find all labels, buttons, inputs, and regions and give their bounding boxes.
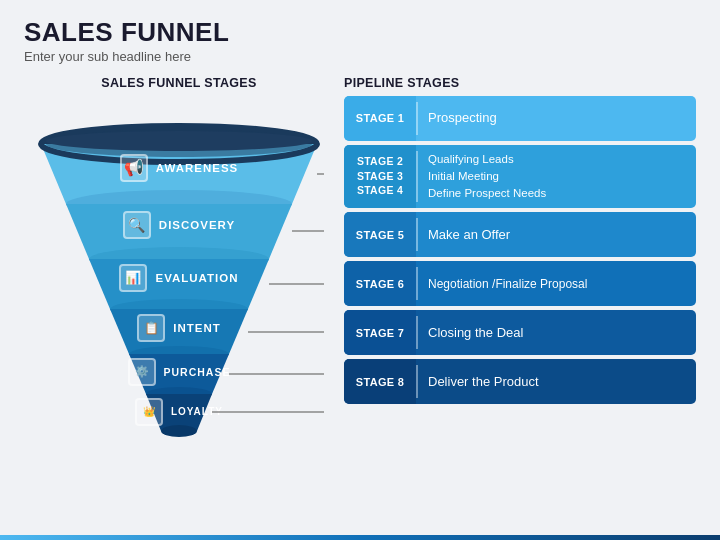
left-col-header: SALES FUNNEL STAGES	[101, 76, 256, 90]
stage-3-text: Initial Meeting	[428, 168, 686, 185]
bottom-bar	[0, 535, 720, 540]
header: SALES FUNNEL Enter your sub headline her…	[24, 18, 696, 64]
stage-5-text: Make an Offer	[428, 225, 686, 245]
stage-1-content: Prospecting	[418, 96, 696, 141]
discovery-icon: 🔍	[123, 211, 151, 239]
stage-5-label: STAGE 5	[356, 228, 404, 242]
pipeline-rows: STAGE 1 Prospecting STAGE 2 STAGE 3 STAG…	[344, 96, 696, 530]
stage-2-label: STAGE 2	[357, 155, 403, 169]
loyalty-icon: 👑	[135, 398, 163, 426]
stage-6-label: STAGE 6	[356, 277, 404, 291]
pipeline-row-234: STAGE 2 STAGE 3 STAGE 4 Qualifying Leads…	[344, 145, 696, 209]
funnel-container: 📢 AWARENESS 🔍 DISCOVERY 📊 EVALUATION 📋 I…	[34, 96, 324, 466]
pipeline-row-7: STAGE 7 Closing the Deal	[344, 310, 696, 355]
stage-7-content: Closing the Deal	[418, 310, 696, 355]
awareness-label: AWARENESS	[156, 162, 239, 174]
main-title: SALES FUNNEL	[24, 18, 696, 47]
stage-7-text: Closing the Deal	[428, 323, 686, 343]
funnel-row-intent: 📋 INTENT	[104, 314, 254, 342]
stage-8-text: Deliver the Product	[428, 372, 686, 392]
stage-7-badge: STAGE 7	[344, 310, 416, 355]
intent-icon: 📋	[137, 314, 165, 342]
svg-point-9	[46, 131, 312, 151]
pipeline-row-8: STAGE 8 Deliver the Product	[344, 359, 696, 404]
svg-point-6	[161, 425, 197, 437]
discovery-label: DISCOVERY	[159, 219, 235, 231]
right-panel: PIPELINE STAGES STAGE 1 Prospecting	[344, 76, 696, 530]
intent-label: INTENT	[173, 322, 221, 334]
stage-234-badge: STAGE 2 STAGE 3 STAGE 4	[344, 145, 416, 209]
funnel-row-evaluation: 📊 EVALUATION	[89, 264, 269, 292]
funnel-row-purchase: ⚙️ PURCHASE	[119, 358, 239, 386]
stage-6-badge: STAGE 6	[344, 261, 416, 306]
right-col-header: PIPELINE STAGES	[344, 76, 696, 90]
purchase-icon: ⚙️	[128, 358, 156, 386]
sub-title: Enter your sub headline here	[24, 49, 696, 64]
evaluation-label: EVALUATION	[155, 272, 238, 284]
stage-1-badge: STAGE 1	[344, 96, 416, 141]
left-panel: SALES FUNNEL STAGES	[24, 76, 334, 530]
stage-2-text: Qualifying Leads	[428, 151, 686, 168]
funnel-row-discovery: 🔍 DISCOVERY	[74, 211, 284, 239]
stage-8-label: STAGE 8	[356, 375, 404, 389]
pipeline-row-5: STAGE 5 Make an Offer	[344, 212, 696, 257]
pipeline-row-1: STAGE 1 Prospecting	[344, 96, 696, 141]
stage-8-content: Deliver the Product	[418, 359, 696, 404]
stage-6-content: Negotiation /Finalize Proposal	[418, 261, 696, 306]
stage-6-text: Negotiation /Finalize Proposal	[428, 275, 686, 293]
funnel-row-awareness: 📢 AWARENESS	[64, 154, 294, 182]
stage-1-label: STAGE 1	[356, 111, 404, 125]
stage-5-badge: STAGE 5	[344, 212, 416, 257]
stage-5-content: Make an Offer	[418, 212, 696, 257]
stage-4-text: Define Prospect Needs	[428, 185, 686, 202]
content-area: SALES FUNNEL STAGES	[24, 76, 696, 530]
evaluation-icon: 📊	[119, 264, 147, 292]
stage-7-label: STAGE 7	[356, 326, 404, 340]
purchase-label: PURCHASE	[164, 366, 231, 378]
stage-234-content: Qualifying Leads Initial Meeting Define …	[418, 145, 696, 209]
funnel-row-loyalty: 👑 LOYALTY	[129, 398, 229, 426]
stage-4-label: STAGE 4	[357, 184, 403, 198]
stage-1-text: Prospecting	[428, 108, 686, 128]
stage-8-badge: STAGE 8	[344, 359, 416, 404]
stage-3-label: STAGE 3	[357, 170, 403, 184]
pipeline-row-6: STAGE 6 Negotiation /Finalize Proposal	[344, 261, 696, 306]
stage-234-labels: STAGE 2 STAGE 3 STAGE 4	[357, 155, 403, 198]
awareness-icon: 📢	[120, 154, 148, 182]
page: SALES FUNNEL Enter your sub headline her…	[0, 0, 720, 540]
loyalty-label: LOYALTY	[171, 406, 223, 417]
